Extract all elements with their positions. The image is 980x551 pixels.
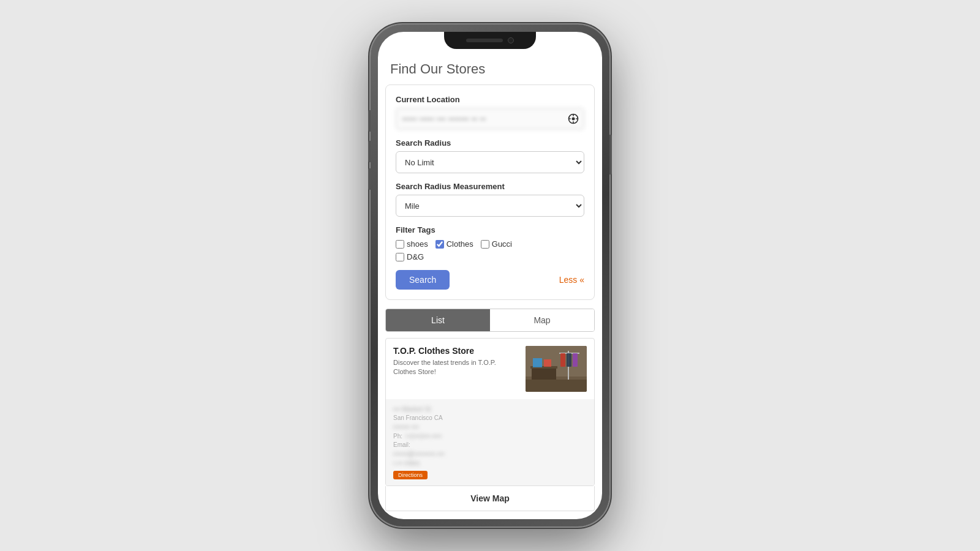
location-target-icon[interactable] bbox=[567, 113, 579, 125]
actions-row: Search Less « bbox=[396, 270, 584, 290]
location-input[interactable] bbox=[396, 108, 584, 130]
view-map-bar[interactable]: View Map bbox=[385, 486, 595, 511]
store-distance: •.•• miles bbox=[393, 459, 587, 467]
notch bbox=[444, 32, 536, 49]
store-phone-label: Ph: bbox=[393, 433, 402, 440]
location-field-group: Current Location bbox=[396, 95, 584, 130]
tag-dg-label: D&G bbox=[407, 252, 424, 261]
filter-tags-section: Filter Tags shoes Clothes Gucci bbox=[396, 225, 584, 261]
store-email-label: Email: bbox=[393, 441, 410, 448]
tag-shoes-label: shoes bbox=[407, 239, 428, 249]
svg-rect-10 bbox=[560, 353, 565, 367]
store-card: T.O.P. Clothes Store Discover the latest… bbox=[385, 338, 595, 486]
phone-frame: Find Our Stores Current Location bbox=[371, 24, 609, 527]
less-link[interactable]: Less « bbox=[559, 275, 584, 285]
radius-label: Search Radius bbox=[396, 138, 584, 148]
form-card: Current Location bbox=[385, 84, 595, 300]
store-info: T.O.P. Clothes Store Discover the latest… bbox=[393, 346, 519, 392]
store-address-1-text: ••• Market St bbox=[393, 405, 431, 413]
tag-shoes[interactable]: shoes bbox=[396, 239, 428, 249]
svg-rect-13 bbox=[526, 380, 587, 392]
store-image-inner bbox=[526, 346, 587, 392]
tabs-row: List Map bbox=[385, 309, 595, 332]
tag-clothes[interactable]: Clothes bbox=[435, 239, 473, 249]
tag-dg-checkbox[interactable] bbox=[396, 253, 404, 261]
store-header: T.O.P. Clothes Store Discover the latest… bbox=[386, 339, 594, 399]
tags-row-1: shoes Clothes Gucci bbox=[396, 239, 584, 249]
tag-clothes-checkbox[interactable] bbox=[435, 240, 444, 249]
store-address-2: San Francisco CA bbox=[393, 414, 587, 421]
radius-select[interactable]: No Limit 5 Miles 10 Miles 25 Miles 50 Mi… bbox=[396, 151, 584, 173]
store-email-row: Email: bbox=[393, 441, 587, 448]
measurement-field-group: Search Radius Measurement Mile Kilometer bbox=[396, 182, 584, 217]
store-image bbox=[526, 346, 587, 392]
tag-clothes-label: Clothes bbox=[447, 239, 473, 249]
store-address-3-text: ••••••• ••• bbox=[393, 423, 419, 430]
store-address-2-text: San Francisco CA bbox=[393, 414, 443, 421]
store-name: T.O.P. Clothes Store bbox=[393, 346, 519, 356]
notch-speaker bbox=[466, 39, 503, 42]
tags-row-2: D&G bbox=[396, 252, 584, 261]
page-title: Find Our Stores bbox=[378, 49, 602, 84]
svg-point-1 bbox=[572, 118, 575, 121]
tab-list[interactable]: List bbox=[386, 309, 490, 331]
svg-rect-14 bbox=[532, 367, 556, 380]
tag-gucci-label: Gucci bbox=[492, 239, 512, 249]
notch-camera bbox=[508, 37, 514, 43]
measurement-select[interactable]: Mile Kilometer bbox=[396, 195, 584, 217]
svg-rect-11 bbox=[567, 353, 571, 367]
store-description: Discover the latest trends in T.O.P. Clo… bbox=[393, 358, 519, 377]
svg-rect-17 bbox=[544, 359, 551, 367]
tab-map[interactable]: Map bbox=[490, 309, 594, 331]
store-email-text: ••••••@•••••••••.••• bbox=[393, 450, 445, 457]
search-button[interactable]: Search bbox=[396, 270, 450, 290]
filter-tags-label: Filter Tags bbox=[396, 225, 584, 234]
tag-shoes-checkbox[interactable] bbox=[396, 240, 404, 249]
store-phone: Ph: +•(•••)•••-•••• bbox=[393, 432, 587, 440]
measurement-label: Search Radius Measurement bbox=[396, 182, 584, 191]
radius-field-group: Search Radius No Limit 5 Miles 10 Miles … bbox=[396, 138, 584, 173]
screen-content: Find Our Stores Current Location bbox=[378, 32, 602, 519]
phone-screen: Find Our Stores Current Location bbox=[378, 32, 602, 519]
tag-gucci[interactable]: Gucci bbox=[481, 239, 512, 249]
tag-dg[interactable]: D&G bbox=[396, 252, 424, 261]
store-address-3: ••••••• ••• bbox=[393, 423, 587, 430]
tag-gucci-checkbox[interactable] bbox=[481, 240, 489, 249]
location-input-wrapper bbox=[396, 108, 584, 130]
directions-badge[interactable]: Directions bbox=[393, 468, 587, 479]
location-label: Current Location bbox=[396, 95, 584, 104]
svg-rect-16 bbox=[533, 358, 542, 367]
directions-label[interactable]: Directions bbox=[393, 471, 428, 479]
store-address-1: ••• Market St bbox=[393, 405, 587, 413]
store-distance-text: •.•• miles bbox=[393, 459, 420, 467]
store-phone-number: +•(•••)•••-•••• bbox=[405, 432, 442, 440]
svg-rect-12 bbox=[573, 353, 578, 367]
store-details: ••• Market St San Francisco CA ••••••• •… bbox=[386, 399, 594, 485]
store-email-address[interactable]: ••••••@•••••••••.••• bbox=[393, 450, 587, 457]
